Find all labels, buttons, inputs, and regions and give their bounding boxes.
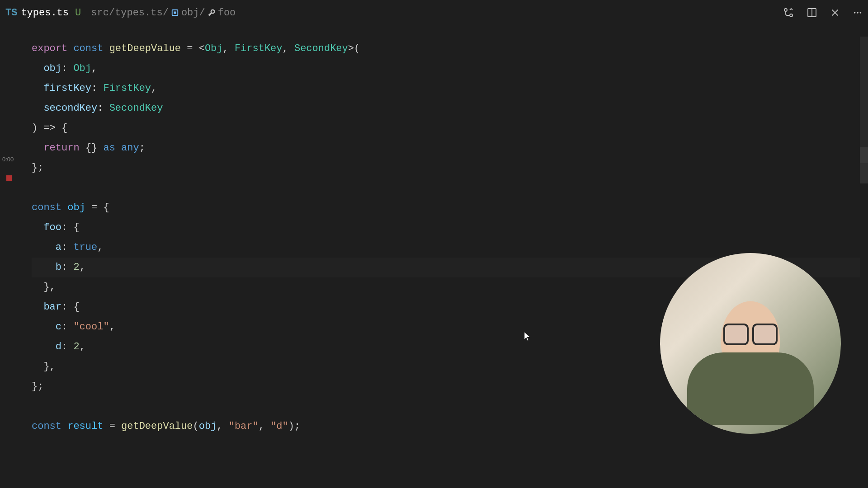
svg-point-10 (860, 12, 862, 14)
tab-filename[interactable]: types.ts (21, 7, 69, 19)
wrench-icon (207, 8, 216, 17)
breadcrumb-obj: obj/ (181, 7, 205, 19)
code-line: const obj = { (32, 198, 868, 218)
presenter-face (723, 324, 778, 342)
webcam-overlay[interactable] (660, 253, 841, 434)
svg-rect-1 (174, 12, 176, 14)
code-line: ) => { (32, 118, 868, 138)
tab-bar: TS types.ts U src/types.ts/ obj/ foo (0, 0, 868, 25)
tab-left: TS types.ts U src/types.ts/ obj/ foo (5, 7, 236, 19)
more-icon[interactable] (853, 8, 863, 18)
svg-point-2 (784, 9, 787, 11)
breadcrumb[interactable]: src/types.ts/ obj/ foo (91, 7, 236, 19)
minimap[interactable] (860, 25, 868, 488)
code-line: obj: Obj, (32, 59, 868, 79)
minimap-content (860, 37, 868, 163)
breadcrumb-foo: foo (218, 7, 236, 19)
diff-icon[interactable] (783, 7, 794, 18)
code-line: return {} as any; (32, 138, 868, 158)
field-icon (170, 8, 179, 17)
code-line: firstKey: FirstKey, (32, 79, 868, 99)
code-line: export const getDeepValue = <Obj, FirstK… (32, 39, 868, 59)
tab-actions (783, 7, 863, 18)
close-icon[interactable] (830, 8, 840, 18)
code-line (32, 178, 868, 198)
svg-point-3 (790, 14, 793, 17)
mouse-cursor (524, 332, 531, 343)
code-line: foo: { (32, 218, 868, 238)
ts-file-icon: TS (5, 7, 17, 19)
code-line: }; (32, 158, 868, 178)
svg-point-8 (854, 12, 856, 14)
split-editor-icon[interactable] (807, 7, 817, 18)
breadcrumb-path: src/types.ts/ (91, 7, 169, 19)
code-line: secondKey: SecondKey (32, 99, 868, 118)
minimap-scrollbar[interactable] (860, 147, 868, 183)
svg-point-9 (857, 12, 859, 14)
git-status-marker: U (75, 7, 81, 19)
